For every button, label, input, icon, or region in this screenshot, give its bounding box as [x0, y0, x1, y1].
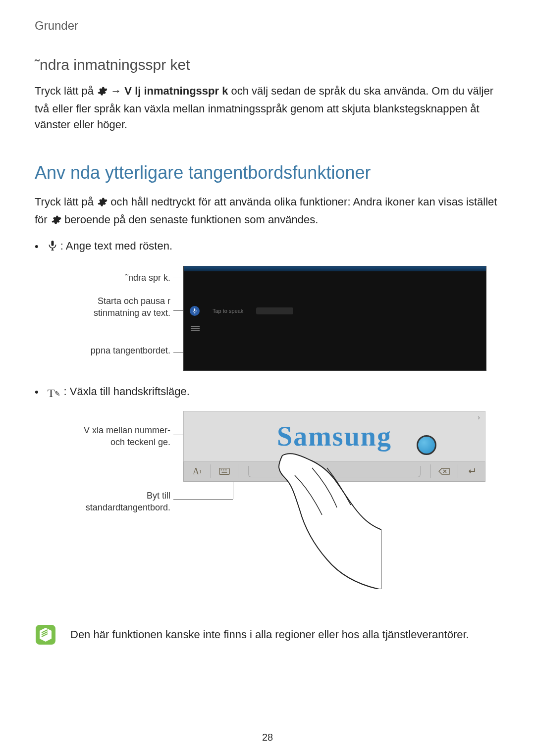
- voice-hint-text: Tap to speak: [213, 308, 243, 314]
- bullet-text: : Ange text med rösten.: [60, 240, 172, 252]
- figure-voice-input: ˜ndra spr k. Starta och pausa r stinmatn…: [35, 266, 500, 375]
- backspace-button[interactable]: [431, 461, 458, 481]
- section-title-additional-keyboard-functions: Anv nda ytterligare tangentbordsfunktion…: [35, 162, 500, 183]
- text: Tryck lätt på: [35, 85, 97, 97]
- bullet-marker: •: [35, 384, 39, 400]
- text: beroende på den senaste funktionen som a…: [64, 213, 319, 226]
- svg-rect-2: [223, 469, 224, 470]
- gear-icon: [97, 196, 107, 212]
- handwriting-icon: T✎: [48, 385, 61, 402]
- svg-rect-0: [219, 468, 229, 475]
- mic-button[interactable]: [190, 306, 200, 316]
- keyboard-switch-button[interactable]: [211, 461, 238, 481]
- enter-button[interactable]: [458, 461, 485, 481]
- note-block: Den här funktionen kanske inte finns i a…: [35, 624, 500, 646]
- svg-rect-4: [222, 472, 227, 473]
- callout-line: [173, 499, 233, 500]
- mode-toggle-button[interactable]: A1: [184, 461, 211, 481]
- divider: [238, 464, 238, 478]
- bullet-text: : Växla till handskriftsläge.: [64, 385, 190, 398]
- gear-icon: [51, 214, 61, 230]
- bullet-handwriting: • T✎ : Växla till handskriftsläge.: [35, 384, 500, 402]
- arrow-text: →: [110, 85, 124, 97]
- note-icon: [35, 624, 56, 646]
- gear-icon: [97, 85, 107, 101]
- chevron-right-icon[interactable]: ›: [478, 413, 480, 421]
- section-title-change-input-language: ˜ndra inmatningsspr ket: [35, 56, 500, 73]
- bullet-voice-input: • : Ange text med rösten.: [35, 238, 500, 256]
- callout-open-keyboard: ppna tangentbordet.: [91, 345, 173, 356]
- keyboard-toggle-icon[interactable]: [191, 326, 200, 333]
- hand-pointer-illustration: [268, 441, 381, 589]
- text: Tryck lätt på: [35, 196, 97, 208]
- language-selector[interactable]: [256, 307, 293, 314]
- figure-handwriting: V xla mellan nummer- och teckenl ge. Byt…: [35, 411, 500, 599]
- bullet-marker: •: [35, 239, 39, 254]
- note-text: Den här funktionen kanske inte finns i a…: [70, 628, 469, 641]
- voice-input-row: Tap to speak: [190, 306, 293, 316]
- page-number: 28: [0, 732, 535, 743]
- callout-switch-keyboard: Byt till standardtangentbord.: [59, 490, 173, 513]
- callout-start-pause-voice: Starta och pausa r stinmatning av text.: [74, 296, 173, 319]
- voice-input-panel: Tap to speak: [183, 266, 486, 371]
- callout-change-language: ˜ndra spr k.: [125, 273, 173, 283]
- page: Grunder ˜ndra inmatningsspr ket Tryck lä…: [0, 0, 535, 756]
- section2-body: Tryck lätt på och håll nedtryckt för att…: [35, 194, 500, 230]
- svg-rect-1: [221, 469, 222, 470]
- breadcrumb: Grunder: [35, 19, 500, 33]
- section1-body: Tryck lätt på → V lj inmatningsspr k och…: [35, 83, 500, 133]
- callout-toggle-mode: V xla mellan nummer- och teckenl ge.: [74, 425, 173, 448]
- emphasis: V lj inmatningsspr k: [124, 85, 228, 97]
- microphone-icon: [48, 240, 57, 256]
- touch-indicator: [417, 435, 436, 455]
- panel-titlebar: [184, 266, 486, 271]
- svg-rect-3: [225, 469, 227, 470]
